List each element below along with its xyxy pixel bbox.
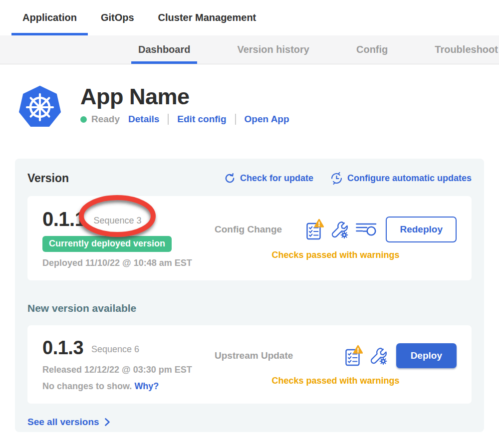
current-sequence-label: Sequence 3 [93,213,141,226]
tab-application[interactable]: Application [11,0,88,35]
status-row: Ready Details Edit config Open App [80,114,289,125]
released-timestamp: Released 12/12/22 @ 03:30 pm EST [42,365,215,375]
deploy-button[interactable]: Deploy [396,343,457,368]
tab-version-history[interactable]: Version history [230,35,316,64]
current-source-label: Config Change [215,224,282,235]
status-dot [80,116,87,123]
open-app-link[interactable]: Open App [245,114,289,125]
version-section-header: Version Check for update [27,172,472,185]
divider [235,114,236,125]
deployed-badge: Currently deployed version [42,236,172,252]
tab-troubleshoot[interactable]: Troubleshoot [428,35,499,64]
refresh-icon [224,173,236,184]
app-nav: Dashboard Version history Config Trouble… [0,35,499,64]
why-link[interactable]: Why? [134,381,159,391]
no-changes-text: No changes to show. [42,381,132,391]
configure-updates-label: Configure automatic updates [347,173,472,184]
details-link[interactable]: Details [128,114,159,125]
tab-cluster-management[interactable]: Cluster Management [147,0,267,35]
config-values-icon[interactable] [331,221,348,238]
current-version-card: 0.1.1 Sequence 3 Currently deployed vers… [27,196,472,280]
configure-updates-link[interactable]: Configure automatic updates [330,172,472,185]
status-text: Ready [91,114,120,125]
version-section: Version Check for update [15,159,484,432]
new-source-label: Upstream Update [215,350,293,361]
check-for-update-link[interactable]: Check for update [224,172,313,185]
preflight-checks-icon[interactable] [345,345,363,367]
new-sequence-label: Sequence 6 [91,341,139,355]
current-version-number: 0.1.1 [42,208,85,230]
tab-gitops[interactable]: GitOps [90,0,145,35]
edit-config-link[interactable]: Edit config [177,114,226,125]
new-version-heading: New version available [27,302,472,314]
tab-dashboard[interactable]: Dashboard [131,35,197,64]
tab-config[interactable]: Config [349,35,395,64]
see-all-versions-label: See all versions [27,417,99,428]
kubernetes-logo [17,84,62,130]
new-checks-status: Checks passed with warnings [215,376,457,386]
config-values-icon[interactable] [370,347,387,365]
divider [168,114,169,125]
app-header: App Name Ready Details Edit config Open … [17,84,499,130]
version-heading: Version [27,172,69,185]
new-version-card: 0.1.3 Sequence 6 Released 12/12/22 @ 03:… [27,325,472,404]
new-version-number: 0.1.3 [42,337,83,359]
view-files-icon[interactable] [356,223,377,236]
deployed-timestamp: Deployed 11/10/22 @ 10:48 am EST [42,258,215,268]
redeploy-button[interactable]: Redeploy [386,217,457,242]
see-all-versions-link[interactable]: See all versions [27,417,110,428]
primary-nav: Application GitOps Cluster Management [0,0,499,35]
check-for-update-label: Check for update [240,173,313,184]
scheduled-updates-icon [330,172,343,185]
chevron-right-icon [104,418,110,427]
current-checks-status: Checks passed with warnings [215,250,457,260]
page-title: App Name [80,85,289,108]
preflight-checks-icon[interactable] [306,219,324,240]
